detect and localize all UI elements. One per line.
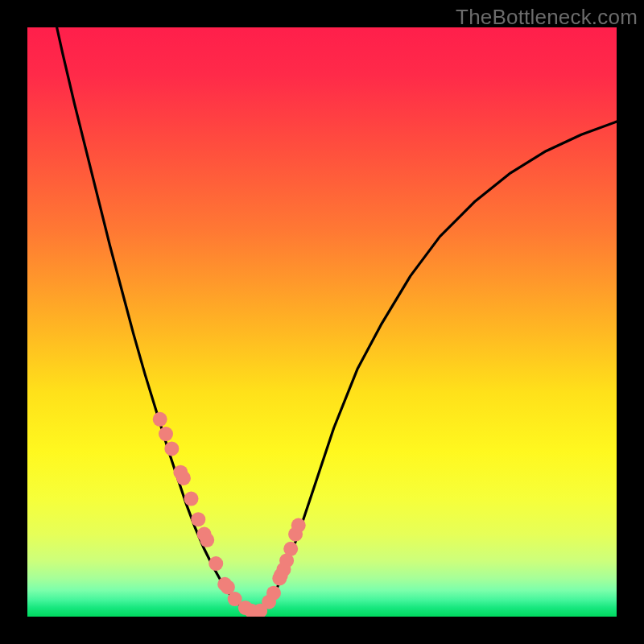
marker-point [153, 412, 167, 427]
marker-point [159, 427, 173, 441]
chart-frame: TheBottleneck.com [0, 0, 644, 644]
marker-point [164, 441, 179, 456]
marker-point [291, 518, 306, 533]
marker-point [176, 471, 191, 485]
bottleneck-curve [57, 27, 617, 611]
curve-layer [27, 27, 617, 617]
marker-point [191, 512, 205, 526]
marker-point [184, 492, 199, 506]
watermark-text: TheBottleneck.com [456, 5, 638, 30]
marker-point [208, 556, 223, 571]
sample-markers [153, 412, 306, 617]
marker-point [266, 586, 281, 601]
marker-point [283, 542, 298, 556]
plot-area [27, 27, 617, 617]
marker-point [200, 533, 214, 547]
